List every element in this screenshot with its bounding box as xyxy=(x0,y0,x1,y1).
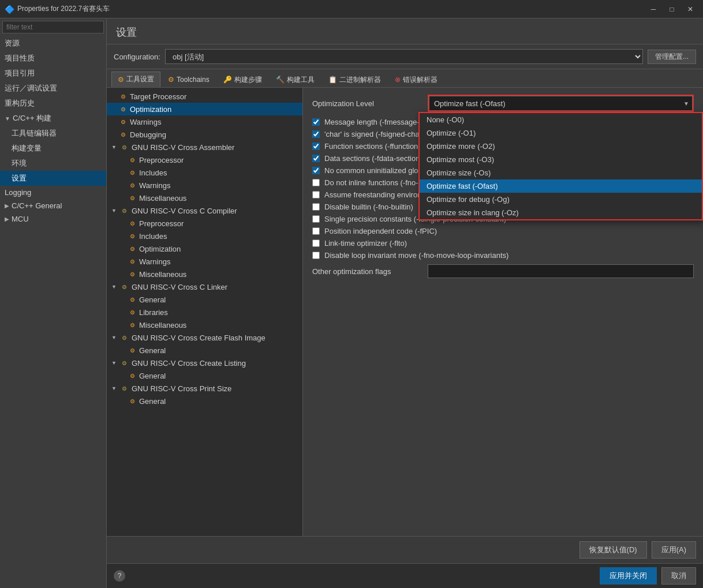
mcu-arrow: ▶ xyxy=(5,216,9,222)
print-general-icon: ⚙ xyxy=(128,396,137,406)
tree-item-cc-misc[interactable]: ⚙ Miscellaneous xyxy=(107,268,302,280)
tab-bar: ⚙ 工具设置 ⚙ Toolchains 🔑 构建步骤 🔨 构建工具 📋 二进制解… xyxy=(107,69,703,88)
data-sections-checkbox[interactable] xyxy=(312,155,320,162)
target-processor-icon: ⚙ xyxy=(118,92,128,101)
optimization-icon: ⚙ xyxy=(118,104,128,114)
no-builtin-label: Disable builtin (-fno-builtin) xyxy=(324,203,413,211)
cpp-general-arrow: ▶ xyxy=(5,203,9,209)
tree-item-asm-preprocessor[interactable]: ⚙ Preprocessor xyxy=(107,153,302,166)
msg-len-checkbox[interactable] xyxy=(312,118,320,126)
tree-item-cc-optimization[interactable]: ⚙ Optimization xyxy=(107,242,302,255)
config-select[interactable]: obj [活动] xyxy=(165,49,643,64)
tab-build-steps[interactable]: 🔑 构建步骤 xyxy=(217,72,268,87)
opt-o2[interactable]: Optimize more (-O2) xyxy=(420,140,702,153)
freestanding-checkbox[interactable] xyxy=(312,191,320,199)
tree-item-cc-warnings[interactable]: ⚙ Warnings xyxy=(107,255,302,268)
sidebar-item-toolchain-editor[interactable]: 工具链编辑器 xyxy=(0,126,106,141)
no-builtin-checkbox[interactable] xyxy=(312,203,320,211)
tree-item-target-processor[interactable]: ⚙ Target Processor xyxy=(107,90,302,103)
tree-item-linker-group[interactable]: ▼ ⚙ GNU RISC-V Cross C Linker xyxy=(107,280,302,293)
cc-preprocessor-icon: ⚙ xyxy=(128,219,137,228)
cc-misc-icon: ⚙ xyxy=(128,269,137,279)
build-steps-icon: 🔑 xyxy=(223,76,232,84)
lnk-misc-icon: ⚙ xyxy=(128,320,137,329)
tree-item-flash-group[interactable]: ▼ ⚙ GNU RISC-V Cross Create Flash Image xyxy=(107,331,302,344)
tree-item-warnings[interactable]: ⚙ Warnings xyxy=(107,115,302,128)
flto-checkbox[interactable] xyxy=(312,239,320,247)
sidebar-item-settings[interactable]: 设置 xyxy=(0,171,106,186)
optimization-level-row: Optimization Level Optimize fast (-Ofast… xyxy=(312,95,694,112)
print-group-icon: ⚙ xyxy=(120,384,129,393)
sidebar-item-cpp-build[interactable]: ▼ C/C++ 构建 xyxy=(0,111,106,126)
sidebar-item-cpp-general[interactable]: ▶ C/C++ General xyxy=(0,199,106,212)
sidebar-item-properties[interactable]: 项目性质 xyxy=(0,51,106,66)
tree-panel: ⚙ Target Processor ⚙ Optimization ⚙ Warn… xyxy=(107,88,303,536)
apply-button[interactable]: 应用(A) xyxy=(652,541,696,559)
sidebar-item-history[interactable]: 重构历史 xyxy=(0,96,106,111)
debugging-icon: ⚙ xyxy=(118,130,128,139)
tree-item-listing-general[interactable]: ⚙ General xyxy=(107,369,302,382)
sidebar-item-logging[interactable]: Logging xyxy=(0,186,106,199)
sidebar-item-run-debug[interactable]: 运行／调试设置 xyxy=(0,81,106,96)
char-signed-checkbox[interactable] xyxy=(312,130,320,138)
tree-item-assembler-group[interactable]: ▼ ⚙ GNU RISC-V Cross Assembler xyxy=(107,141,302,153)
optimization-dropdown-list[interactable]: None (-O0) Optimize (-O1) Optimize more … xyxy=(418,112,703,220)
main-container: 资源 项目性质 项目引用 运行／调试设置 重构历史 ▼ C/C++ 构建 工具链… xyxy=(0,18,703,588)
sidebar-item-project-ref[interactable]: 项目引用 xyxy=(0,66,106,81)
opt-oz[interactable]: Optimize size in clang (-Oz) xyxy=(420,206,702,219)
tab-tool-settings[interactable]: ⚙ 工具设置 xyxy=(111,72,160,87)
close-button[interactable]: ✕ xyxy=(682,2,698,16)
no-inline-checkbox[interactable] xyxy=(312,179,320,186)
checkbox-flto: Link-time optimizer (-flto) xyxy=(312,239,694,248)
opt-os[interactable]: Optimize size (-Os) xyxy=(420,166,702,179)
sidebar-item-env[interactable]: 环境 xyxy=(0,156,106,171)
maximize-button[interactable]: □ xyxy=(664,2,680,16)
sidebar-filter-input[interactable] xyxy=(2,21,104,33)
sidebar-item-mcu[interactable]: ▶ MCU xyxy=(0,212,106,226)
opt-ofast[interactable]: Optimize fast (-Ofast) xyxy=(420,179,702,193)
tree-item-lnk-general[interactable]: ⚙ General xyxy=(107,293,302,306)
func-sections-checkbox[interactable] xyxy=(312,143,320,150)
tab-binary-parser[interactable]: 📋 二进制解析器 xyxy=(322,72,387,87)
optimization-level-label: Optimization Level xyxy=(312,99,428,108)
cancel-button[interactable]: 取消 xyxy=(661,567,696,585)
tab-build-tools[interactable]: 🔨 构建工具 xyxy=(270,72,321,87)
cc-optimization-icon: ⚙ xyxy=(128,244,137,253)
tree-item-cc-includes[interactable]: ⚙ Includes xyxy=(107,230,302,242)
sidebar-item-build-vars[interactable]: 构建变量 xyxy=(0,141,106,156)
tree-item-asm-misc[interactable]: ⚙ Miscellaneous xyxy=(107,192,302,204)
tree-item-optimization[interactable]: ⚙ Optimization xyxy=(107,103,302,115)
tree-item-flash-general[interactable]: ⚙ General xyxy=(107,344,302,357)
tab-error-parser[interactable]: ⊗ 错误解析器 xyxy=(388,72,444,87)
fpic-checkbox[interactable] xyxy=(312,227,320,235)
tree-item-c-compiler-group[interactable]: ▼ ⚙ GNU RISC-V Cross C Compiler xyxy=(107,204,302,217)
tree-item-lnk-libraries[interactable]: ⚙ Libraries xyxy=(107,306,302,319)
manage-config-button[interactable]: 管理配置... xyxy=(648,50,696,64)
tab-toolchains[interactable]: ⚙ Toolchains xyxy=(162,73,216,86)
opt-o1[interactable]: Optimize (-O1) xyxy=(420,126,702,140)
tree-item-asm-includes[interactable]: ⚙ Includes xyxy=(107,166,302,179)
other-flags-input[interactable] xyxy=(428,264,694,278)
restore-defaults-button[interactable]: 恢复默认值(D) xyxy=(579,541,647,559)
tree-item-debugging[interactable]: ⚙ Debugging xyxy=(107,128,302,141)
config-label: Configuration: xyxy=(114,53,160,61)
no-loop-inv-checkbox[interactable] xyxy=(312,252,320,259)
tree-item-asm-warnings[interactable]: ⚙ Warnings xyxy=(107,179,302,192)
c-compiler-arrow: ▼ xyxy=(111,208,117,214)
no-common-checkbox[interactable] xyxy=(312,167,320,174)
tree-item-print-group[interactable]: ▼ ⚙ GNU RISC-V Cross Print Size xyxy=(107,382,302,395)
tree-item-listing-group[interactable]: ▼ ⚙ GNU RISC-V Cross Create Listing xyxy=(107,357,302,369)
minimize-button[interactable]: ─ xyxy=(645,2,661,16)
tree-item-print-general[interactable]: ⚙ General xyxy=(107,395,302,407)
help-button[interactable]: ? xyxy=(114,570,125,582)
optimization-select[interactable]: Optimize fast (-Ofast) xyxy=(429,96,693,111)
opt-none[interactable]: None (-O0) xyxy=(420,113,702,126)
opt-og[interactable]: Optimize for debug (-Og) xyxy=(420,193,702,206)
single-prec-checkbox[interactable] xyxy=(312,215,320,223)
apply-close-button[interactable]: 应用并关闭 xyxy=(600,567,657,585)
opt-o3[interactable]: Optimize most (-O3) xyxy=(420,153,702,166)
sidebar-item-resources[interactable]: 资源 xyxy=(0,36,106,51)
tree-item-lnk-misc[interactable]: ⚙ Miscellaneous xyxy=(107,319,302,331)
tree-item-cc-preprocessor[interactable]: ⚙ Preprocessor xyxy=(107,217,302,230)
app-icon: 🔷 xyxy=(5,5,14,14)
